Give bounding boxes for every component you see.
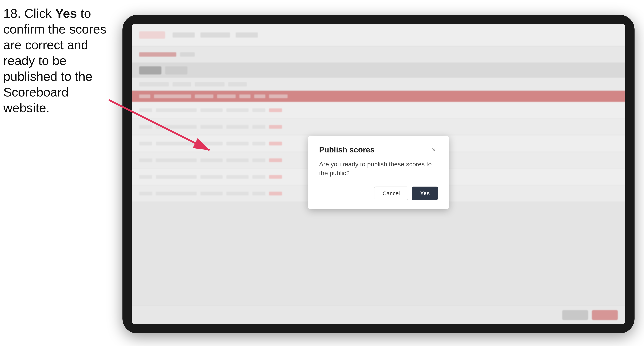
instruction-text: 18. Click Yes toconfirm the scoresare co…	[3, 5, 118, 116]
tablet-device: Publish scores × Are you ready to publis…	[122, 15, 634, 334]
tablet-screen: Publish scores × Are you ready to publis…	[132, 24, 625, 324]
yes-button[interactable]: Yes	[412, 187, 438, 200]
dialog-title: Publish scores	[319, 145, 374, 154]
dialog-body: Are you ready to publish these scores to…	[319, 160, 438, 177]
dialog-header: Publish scores ×	[319, 145, 438, 154]
cancel-button[interactable]: Cancel	[374, 187, 408, 200]
dialog-footer: Cancel Yes	[319, 187, 438, 200]
step-number: 18. Click	[3, 6, 55, 20]
publish-scores-dialog: Publish scores × Are you ready to publis…	[308, 136, 449, 209]
dialog-close-button[interactable]: ×	[430, 146, 438, 154]
yes-emphasis: Yes	[55, 6, 77, 20]
instruction-continuation: toconfirm the scoresare correct andready…	[3, 6, 106, 115]
